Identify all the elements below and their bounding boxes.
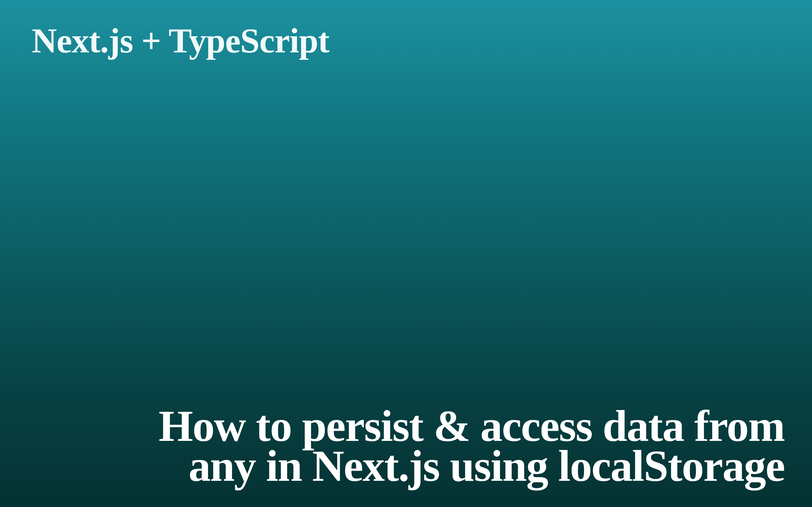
headline-text: How to persist & access data from any in… [85, 406, 784, 486]
slide: Next.js + TypeScript How to persist & ac… [0, 0, 812, 507]
overline-text: Next.js + TypeScript [32, 23, 329, 58]
